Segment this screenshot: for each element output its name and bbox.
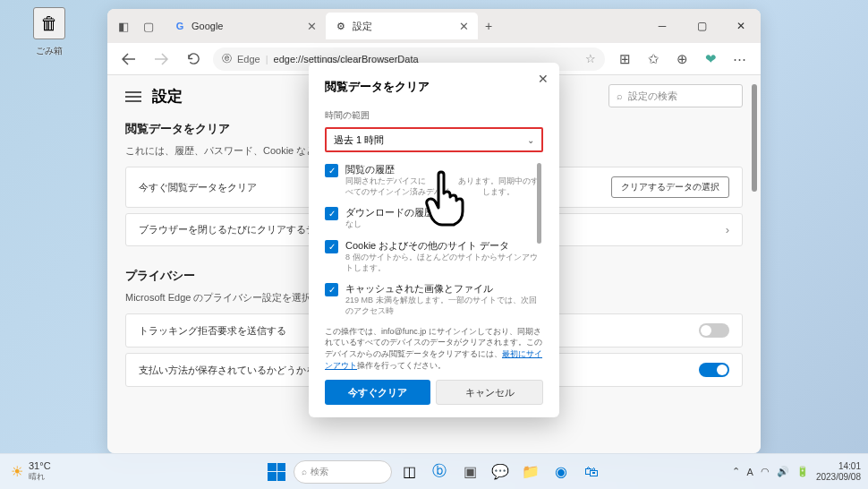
checkbox-checked-icon[interactable] [325, 240, 338, 253]
page-title: 設定 [152, 86, 183, 107]
tab-title: Google [191, 21, 298, 31]
workspace-icon[interactable]: ◧ [116, 19, 131, 33]
row-label: 支払い方法が保存されているかどうかを [139, 364, 316, 377]
titlebar: ◧ ▢ G Google ✕ ⚙ 設定 ✕ + ─ ▢ ✕ [107, 9, 761, 43]
clear-now-button[interactable]: 今すぐクリア [325, 380, 430, 405]
item-title: ダウンロードの履歴 [345, 206, 543, 219]
item-sub: 8 個のサイトから。ほとんどのサイトからサインアウトします。 [345, 253, 543, 273]
store-icon[interactable]: 🛍 [578, 459, 605, 485]
desktop-recycle-bin[interactable]: 🗑 ごみ箱 [27, 7, 72, 57]
ime-indicator[interactable]: A [747, 467, 753, 477]
modal-footer: 今すぐクリア キャンセル [325, 380, 543, 405]
item-sub: 219 MB 未満を解放します。一部のサイトでは、次回のアクセス時 [345, 296, 543, 316]
recycle-bin-icon: 🗑 [33, 7, 65, 39]
search-icon: ⌕ [302, 467, 307, 476]
chat-icon[interactable]: 💬 [487, 459, 514, 485]
extension-icon[interactable]: ⊞ [612, 47, 637, 72]
url-label: Edge [237, 54, 260, 64]
google-favicon: G [174, 20, 186, 32]
search-placeholder: 検索 [311, 466, 328, 478]
modal-title: 閲覧データをクリア [325, 79, 543, 95]
checkbox-checked-icon[interactable] [325, 283, 338, 296]
item-sub: なし [345, 219, 543, 230]
time-range-value: 過去 1 時間 [334, 133, 384, 147]
system-tray: ⌃ A ◠ 🔊 🔋 14:01 2023/09/08 [732, 461, 861, 483]
date: 2023/09/08 [816, 472, 861, 483]
search-icon: ⌕ [617, 90, 623, 101]
chevron-right-icon: › [726, 223, 729, 236]
chevron-down-icon: ⌄ [527, 135, 534, 145]
tab-close-icon[interactable]: ✕ [307, 20, 317, 33]
back-button[interactable] [116, 47, 141, 72]
check-browsing-history[interactable]: 閲覧の履歴同期されたデバイスに あります。同期中のすべてのサインイン済みデバイ … [325, 163, 543, 197]
collections-icon[interactable]: ⊕ [669, 47, 694, 72]
row-label: ブラウザーを閉じるたびにクリアするデータ [139, 223, 336, 236]
menu-icon[interactable]: ⋯ [727, 47, 752, 72]
item-title: キャッシュされた画像とファイル [345, 282, 543, 296]
health-icon[interactable]: ❤ [698, 47, 723, 72]
refresh-button[interactable] [181, 47, 206, 72]
clock[interactable]: 14:01 2023/09/08 [816, 461, 861, 483]
checkbox-checked-icon[interactable] [325, 164, 338, 177]
toggle-off[interactable] [699, 323, 729, 338]
battery-icon[interactable]: 🔋 [796, 466, 809, 477]
tab-google[interactable]: G Google ✕ [165, 13, 326, 39]
tab-strip: G Google ✕ ⚙ 設定 ✕ + [165, 9, 642, 43]
condition: 晴れ [29, 471, 51, 483]
wifi-icon[interactable]: ◠ [761, 466, 770, 477]
tab-settings[interactable]: ⚙ 設定 ✕ [326, 13, 478, 39]
item-sub: 同期されたデバイスに あります。同期中のすべてのサインイン済みデバイ します。 [345, 176, 543, 197]
temperature: 31°C [29, 460, 51, 471]
tab-title: 設定 [353, 20, 450, 33]
search-placeholder: 設定の検索 [628, 90, 677, 103]
clear-data-modal: ✕ 閲覧データをクリア 時間の範囲 過去 1 時間 ⌄ 閲覧の履歴同期されたデバ… [309, 63, 559, 417]
taskbar-search[interactable]: ⌕ 検索 [294, 460, 392, 484]
check-list: 閲覧の履歴同期されたデバイスに あります。同期中のすべてのサインイン済みデバイ … [325, 163, 543, 317]
row-label: トラッキング拒否要求を送信する [139, 324, 286, 338]
bing-icon[interactable]: ⓑ [426, 459, 453, 485]
hamburger-icon[interactable] [125, 91, 141, 102]
modal-info-text: この操作では、info@func.jp にサインインしており、同期されているすべ… [325, 326, 543, 371]
taskbar-center: ⌕ 検索 ◫ ⓑ ▣ 💬 📁 ◉ 🛍 [263, 459, 605, 485]
edge-icon[interactable]: ◉ [548, 459, 574, 485]
sun-icon: ☀ [11, 463, 23, 480]
taskview-icon[interactable]: ◫ [396, 459, 422, 485]
row-label: 今すぐ閲覧データをクリア [139, 181, 257, 194]
cancel-button[interactable]: キャンセル [436, 380, 543, 405]
item-title: Cookie およびその他のサイト データ [345, 239, 543, 253]
modal-scrollbar-thumb[interactable] [537, 163, 541, 244]
checkbox-checked-icon[interactable] [325, 207, 338, 220]
settings-search[interactable]: ⌕ 設定の検索 [608, 84, 743, 107]
tab-close-icon[interactable]: ✕ [459, 20, 469, 33]
start-button[interactable] [263, 459, 290, 485]
favorites-icon[interactable]: ✩ [641, 47, 666, 72]
modal-close-button[interactable]: ✕ [538, 72, 549, 86]
gear-icon: ⚙ [335, 20, 347, 32]
choose-data-button[interactable]: クリアするデータの選択 [611, 176, 729, 198]
tray-chevron-icon[interactable]: ⌃ [732, 466, 740, 477]
window-controls: ─ ▢ ✕ [642, 9, 761, 43]
volume-icon[interactable]: 🔊 [777, 466, 789, 477]
tab-actions-icon[interactable]: ▢ [141, 19, 156, 33]
maximize-button[interactable]: ▢ [682, 9, 721, 43]
check-cache[interactable]: キャッシュされた画像とファイル219 MB 未満を解放します。一部のサイトでは、… [325, 282, 543, 316]
scrollbar-thumb[interactable] [752, 84, 757, 192]
star-icon[interactable]: ☆ [585, 52, 596, 65]
minimize-button[interactable]: ─ [642, 9, 682, 43]
item-title: 閲覧の履歴 [345, 163, 543, 176]
forward-button[interactable] [149, 47, 174, 72]
time-range-select[interactable]: 過去 1 時間 ⌄ [325, 127, 543, 152]
edge-icon: ⓔ [222, 52, 232, 65]
check-download-history[interactable]: ダウンロードの履歴なし [325, 206, 543, 230]
toggle-on[interactable] [699, 363, 729, 377]
close-button[interactable]: ✕ [721, 9, 761, 43]
widgets-icon[interactable]: ▣ [456, 459, 483, 485]
check-cookies[interactable]: Cookie およびその他のサイト データ8 個のサイトから。ほとんどのサイトか… [325, 239, 543, 273]
browser-window: ◧ ▢ G Google ✕ ⚙ 設定 ✕ + ─ ▢ ✕ ⓔ [107, 9, 761, 453]
taskbar: ☀ 31°C 晴れ ⌕ 検索 ◫ ⓑ ▣ 💬 📁 ◉ 🛍 ⌃ A ◠ 🔊 🔋 1… [0, 453, 868, 489]
recycle-bin-label: ごみ箱 [36, 46, 63, 56]
page-scrollbar[interactable] [750, 75, 759, 453]
explorer-icon[interactable]: 📁 [517, 459, 544, 485]
new-tab-button[interactable]: + [478, 15, 499, 37]
weather-widget[interactable]: ☀ 31°C 晴れ [0, 460, 62, 483]
